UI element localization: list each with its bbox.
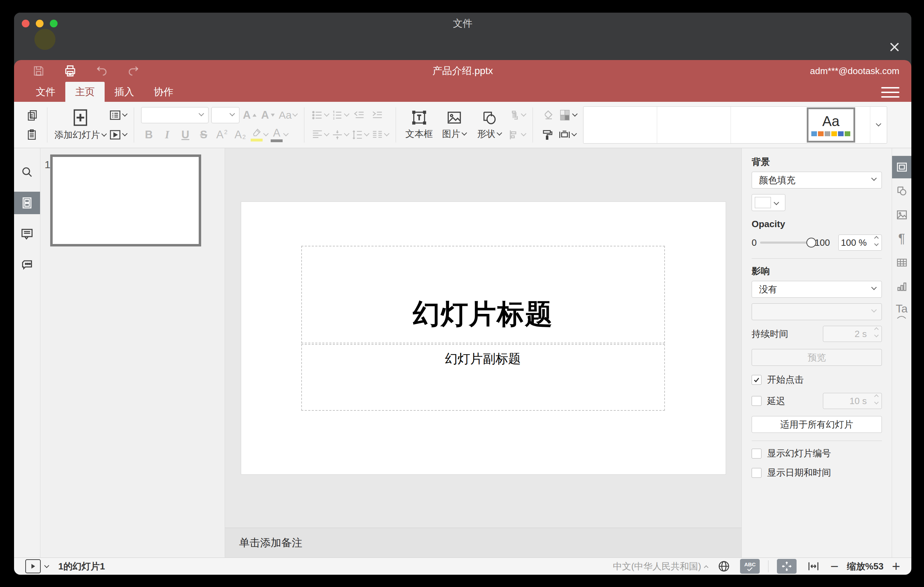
strikethrough-button[interactable]: S xyxy=(196,127,211,143)
slide-1[interactable]: 幻灯片标题 幻灯片副标题 xyxy=(241,202,726,474)
right-sidebar: ¶ Ta xyxy=(892,148,911,557)
left-sidebar xyxy=(14,148,40,557)
slide-size-button[interactable] xyxy=(558,127,576,143)
vertical-align-button[interactable] xyxy=(332,127,348,143)
search-icon[interactable] xyxy=(14,161,40,183)
theme-gallery-expand-icon[interactable] xyxy=(870,107,887,143)
change-layout-button[interactable] xyxy=(109,107,127,123)
comments-icon[interactable] xyxy=(14,223,40,245)
subtitle-placeholder[interactable]: 幻灯片副标题 xyxy=(301,344,665,411)
ribbon-tabs: 文件 主页 插入 协作 xyxy=(14,82,911,102)
theme-tile[interactable] xyxy=(657,107,731,143)
slideshow-options-icon[interactable] xyxy=(44,563,49,568)
numbering-button[interactable] xyxy=(332,107,348,123)
arrange-shape-button[interactable] xyxy=(508,107,526,123)
paste-button[interactable] xyxy=(25,127,40,143)
avatar xyxy=(35,29,56,50)
paragraph-settings-icon[interactable]: ¶ xyxy=(892,228,911,250)
bullets-button[interactable] xyxy=(312,107,328,123)
start-slideshow-button[interactable] xyxy=(109,127,127,143)
language-selector[interactable]: 中文(中华人民共和国) xyxy=(613,560,708,572)
effect-select[interactable]: 没有 xyxy=(752,281,882,298)
align-shape-button[interactable] xyxy=(508,127,526,143)
font-name-combobox[interactable] xyxy=(141,107,208,123)
show-slide-number-checkbox[interactable] xyxy=(752,448,761,458)
shape-settings-icon[interactable] xyxy=(892,180,911,202)
theme-color-chips xyxy=(811,131,850,136)
opacity-spinner[interactable]: 100 % xyxy=(838,234,882,251)
show-date-time-checkbox[interactable] xyxy=(752,468,761,478)
decrease-indent-button[interactable] xyxy=(351,107,367,123)
fit-to-width-icon[interactable] xyxy=(805,559,822,574)
show-date-time-label: 显示日期和时间 xyxy=(767,467,831,479)
horizontal-align-button[interactable] xyxy=(312,127,328,143)
apply-to-all-slides-button[interactable]: 适用于所有幻灯片 xyxy=(752,416,882,433)
insert-shape-button[interactable]: 形状 xyxy=(473,107,505,143)
change-color-scheme-button[interactable] xyxy=(558,107,577,123)
fill-color-picker[interactable] xyxy=(752,194,785,211)
decrement-font-button[interactable]: A xyxy=(261,107,276,123)
document-language-icon[interactable] xyxy=(716,559,732,574)
theme-gallery: Aa xyxy=(583,106,887,143)
delay-label: 延迟 xyxy=(767,395,785,407)
copy-style-button[interactable] xyxy=(540,127,555,143)
spell-check-icon[interactable]: ABC xyxy=(740,559,760,574)
color-swatch xyxy=(755,197,771,208)
columns-button[interactable] xyxy=(371,127,389,143)
delay-checkbox[interactable] xyxy=(752,396,761,406)
opacity-slider[interactable] xyxy=(760,242,811,244)
bold-button[interactable]: B xyxy=(141,127,157,143)
overlay-strip xyxy=(14,35,911,60)
preview-button: 预览 xyxy=(752,349,882,366)
notes-placeholder: 单击添加备注 xyxy=(239,536,302,550)
increase-indent-button[interactable] xyxy=(370,107,385,123)
menu-icon[interactable] xyxy=(881,85,899,99)
start-on-click-checkbox[interactable] xyxy=(752,375,761,385)
textart-settings-icon[interactable]: Ta xyxy=(892,299,911,322)
line-spacing-button[interactable] xyxy=(351,127,369,143)
notes-area[interactable]: 单击添加备注 xyxy=(225,528,741,557)
document-title[interactable]: 产品介绍.pptx xyxy=(14,64,911,77)
superscript-button[interactable]: A2 xyxy=(214,127,229,143)
theme-tile[interactable] xyxy=(584,107,657,143)
add-slide-button[interactable]: 添加幻灯片 xyxy=(54,107,106,143)
home-toolbar: 添加幻灯片 A xyxy=(14,102,911,148)
zoom-value: 缩放%53 xyxy=(847,560,884,572)
slide-thumbnail-1[interactable] xyxy=(50,155,201,246)
increment-font-button[interactable]: A xyxy=(242,107,258,123)
highlight-color-button[interactable] xyxy=(251,127,268,143)
italic-button[interactable]: I xyxy=(159,127,175,143)
image-settings-icon[interactable] xyxy=(892,204,911,226)
table-settings-icon[interactable] xyxy=(892,251,911,274)
slide-settings-icon[interactable] xyxy=(892,156,911,178)
tab-insert[interactable]: 插入 xyxy=(105,82,144,102)
editing-canvas[interactable]: 幻灯片标题 幻灯片副标题 xyxy=(225,148,741,528)
copy-button[interactable] xyxy=(25,107,40,123)
theme-tile-selected[interactable]: Aa xyxy=(807,107,855,143)
fit-to-slide-icon[interactable] xyxy=(777,559,797,574)
theme-tile[interactable] xyxy=(731,107,805,143)
subscript-button[interactable]: A2 xyxy=(233,127,248,143)
duration-spinner: 2 s xyxy=(823,326,882,342)
tab-home[interactable]: 主页 xyxy=(65,82,105,102)
opacity-slider-thumb[interactable] xyxy=(807,238,816,247)
insert-image-button[interactable]: 图片 xyxy=(438,107,470,143)
text-box-button[interactable]: 文本框 xyxy=(403,107,435,143)
font-size-combobox[interactable] xyxy=(211,107,239,123)
tab-collaboration[interactable]: 协作 xyxy=(144,82,183,102)
fill-type-select[interactable]: 颜色填充 xyxy=(752,171,882,188)
chart-settings-icon[interactable] xyxy=(892,275,911,298)
font-color-button[interactable]: A xyxy=(271,127,288,143)
chat-icon[interactable] xyxy=(14,254,40,276)
start-slideshow-status-icon[interactable] xyxy=(25,559,41,573)
clear-style-button[interactable] xyxy=(540,107,555,123)
title-placeholder[interactable]: 幻灯片标题 xyxy=(301,246,665,343)
underline-button[interactable]: U xyxy=(178,127,193,143)
change-case-button[interactable]: Aa xyxy=(279,107,297,123)
slides-panel-icon[interactable] xyxy=(14,192,40,214)
close-icon[interactable] xyxy=(887,39,902,55)
tab-file[interactable]: 文件 xyxy=(26,82,65,102)
opacity-label: Opacity xyxy=(752,219,882,229)
slide-thumbnails-panel: 1 xyxy=(40,148,225,557)
screen: 文件 xyxy=(0,0,924,587)
